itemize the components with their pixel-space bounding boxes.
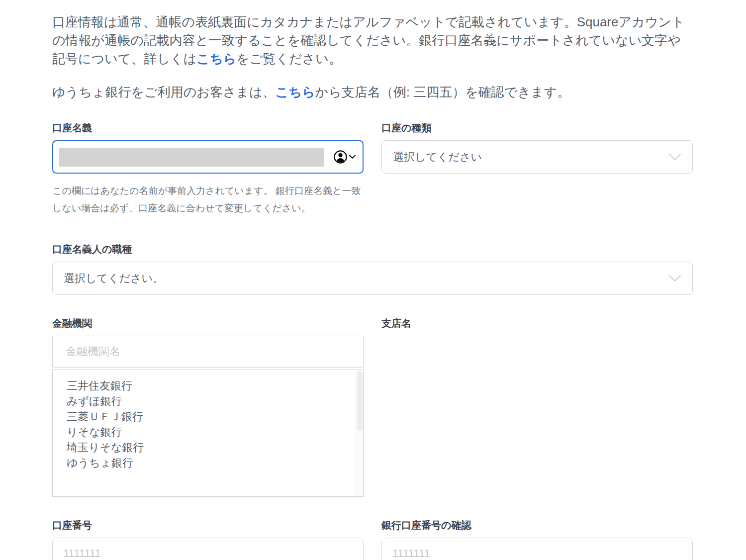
bank-options-list: 三井住友銀行 みずほ銀行 三菱ＵＦＪ銀行 りそな銀行 埼玉りそな銀行 ゆうちょ銀…	[52, 370, 364, 497]
branch-field-group: 支店名	[381, 317, 693, 497]
occupation-select[interactable]: 選択してください。	[52, 262, 693, 295]
account-name-label: 口座名義	[52, 121, 364, 135]
intro-p1-text-after: をご覧ください。	[236, 51, 342, 66]
bank-label: 金融機関	[52, 317, 364, 330]
bank-option[interactable]: 三菱ＵＦＪ銀行	[67, 409, 363, 424]
bank-search-input[interactable]	[52, 336, 364, 368]
unsupported-characters-link[interactable]: こちら	[196, 51, 236, 66]
bank-field-group: 金融機関 三井住友銀行 みずほ銀行 三菱ＵＦＪ銀行 りそな銀行 埼玉りそな銀行 …	[52, 317, 364, 497]
account-number-confirm-label: 銀行口座番号の確認	[381, 519, 693, 532]
scrollbar-thumb[interactable]	[357, 371, 363, 431]
account-number-label: 口座番号	[52, 519, 364, 532]
bank-option[interactable]: みずほ銀行	[67, 393, 363, 409]
account-type-label: 口座の種類	[381, 121, 693, 135]
scrollbar[interactable]	[356, 370, 363, 496]
occupation-label: 口座名義人の職種	[52, 243, 693, 256]
intro-p2-text-after: から支店名（例: 三四五）を確認できます。	[315, 85, 570, 99]
form-row-3: 金融機関 三井住友銀行 みずほ銀行 三菱ＵＦＪ銀行 りそな銀行 埼玉りそな銀行 …	[52, 317, 693, 497]
intro-paragraph-1: 口座情報は通常、通帳の表紙裏面にカタカナまたはアルファベットで記載されています。…	[52, 13, 689, 68]
intro-p1-text: 口座情報は通常、通帳の表紙裏面にカタカナまたはアルファベットで記載されています。…	[52, 14, 685, 66]
bank-account-form: 口座情報は通常、通帳の表紙裏面にカタカナまたはアルファベットで記載されています。…	[52, 0, 693, 560]
chevron-down-icon	[668, 153, 681, 161]
account-name-field-group: 口座名義 この欄にはあなたの	[52, 121, 364, 217]
chevron-down-icon	[349, 155, 356, 159]
form-row-2: 口座名義人の職種 選択してください。	[52, 243, 693, 295]
account-number-confirm-field-group: 銀行口座番号の確認	[381, 519, 693, 560]
account-name-input[interactable]	[52, 140, 364, 174]
account-number-field-group: 口座番号	[52, 519, 364, 560]
account-number-input[interactable]	[52, 538, 364, 560]
contact-autofill-icon[interactable]	[333, 150, 356, 164]
intro-paragraph-2: ゆうちょ銀行をご利用のお客さまは、こちらから支店名（例: 三四五）を確認できます…	[52, 83, 689, 101]
account-number-confirm-input[interactable]	[381, 538, 693, 560]
branch-label: 支店名	[381, 317, 693, 330]
occupation-selected-value: 選択してください。	[64, 271, 164, 286]
form-row-4: 口座番号 銀行口座番号の確認	[52, 519, 693, 560]
account-type-field-group: 口座の種類 選択してください	[381, 121, 693, 217]
bank-option[interactable]: りそな銀行	[67, 424, 363, 440]
account-name-redacted-value	[59, 148, 324, 167]
form-row-1: 口座名義 この欄にはあなたの	[52, 121, 693, 217]
account-name-helper-text: この欄にはあなたの名前が事前入力されています。 銀行口座名義と一致しない場合は必…	[52, 182, 364, 217]
account-type-select[interactable]: 選択してください	[381, 140, 693, 174]
chevron-down-icon	[668, 275, 681, 282]
intro-p2-text: ゆうちょ銀行をご利用のお客さまは、	[52, 85, 276, 99]
bank-option[interactable]: 埼玉りそな銀行	[67, 440, 363, 455]
bank-option[interactable]: 三井住友銀行	[67, 378, 363, 393]
yucho-branch-lookup-link[interactable]: こちら	[276, 85, 315, 99]
account-type-selected-value: 選択してください	[393, 150, 482, 165]
bank-option[interactable]: ゆうちょ銀行	[67, 455, 363, 470]
